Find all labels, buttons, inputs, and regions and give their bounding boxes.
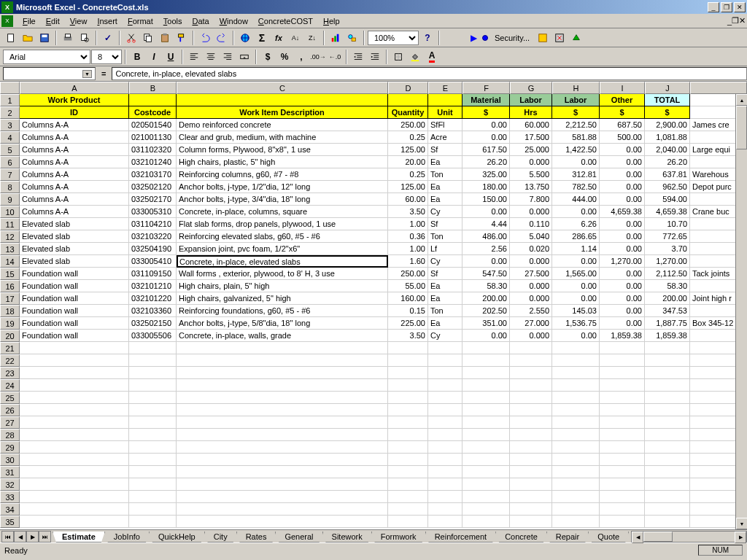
cell-A7[interactable]: Columns A-A bbox=[20, 168, 129, 181]
menu-data[interactable]: Data bbox=[187, 15, 214, 27]
menu-tools[interactable]: Tools bbox=[158, 15, 187, 27]
cell-E28[interactable] bbox=[428, 429, 462, 441]
column-header-J[interactable]: J bbox=[645, 82, 690, 94]
cell-D5[interactable]: 125.00 bbox=[388, 144, 428, 156]
cell-A6[interactable]: Columns A-A bbox=[20, 156, 129, 168]
cell-G13[interactable]: 0.020 bbox=[510, 243, 552, 255]
cell-H4[interactable]: 581.88 bbox=[552, 131, 600, 144]
cell-B28[interactable] bbox=[129, 429, 177, 441]
cell-H30[interactable] bbox=[552, 454, 600, 466]
cell-J3[interactable]: 2,900.00 bbox=[645, 119, 690, 131]
cell-D1[interactable] bbox=[388, 94, 428, 106]
cell-C19[interactable]: Anchor bolts, j-type, 5/8"dia, 18" long bbox=[177, 317, 388, 330]
cell-J13[interactable]: 3.70 bbox=[645, 243, 690, 255]
sheet-tab-quickhelp[interactable]: QuickHelp bbox=[149, 532, 205, 542]
cell-F23[interactable] bbox=[462, 367, 510, 379]
cell-H29[interactable] bbox=[552, 441, 600, 454]
cell-H28[interactable] bbox=[552, 429, 600, 441]
cell-B7[interactable]: 032103170 bbox=[129, 168, 177, 181]
row-header-14[interactable]: 14 bbox=[0, 255, 20, 268]
cell-B24[interactable] bbox=[129, 379, 177, 392]
cell-C23[interactable] bbox=[177, 367, 388, 379]
cell-H7[interactable]: 312.81 bbox=[552, 168, 600, 181]
cell-J28[interactable] bbox=[645, 429, 690, 441]
cell-I18[interactable]: 0.00 bbox=[600, 305, 645, 317]
cell-D15[interactable]: 250.00 bbox=[388, 268, 428, 280]
cell-F1[interactable]: Material bbox=[462, 94, 510, 106]
drawing-button[interactable] bbox=[344, 30, 360, 46]
cell-J4[interactable]: 1,081.88 bbox=[645, 131, 690, 144]
cell-I9[interactable]: 0.00 bbox=[600, 193, 645, 206]
row-header-23[interactable]: 23 bbox=[0, 367, 20, 379]
cell-D19[interactable]: 225.00 bbox=[388, 317, 428, 330]
cell-A24[interactable] bbox=[20, 379, 129, 392]
cell-I28[interactable] bbox=[600, 429, 645, 441]
cell-E1[interactable] bbox=[428, 94, 462, 106]
cell-G23[interactable] bbox=[510, 367, 552, 379]
cell-G17[interactable]: 0.000 bbox=[510, 292, 552, 305]
cell-A27[interactable] bbox=[20, 416, 129, 429]
cell-G26[interactable] bbox=[510, 404, 552, 416]
tab-nav-first-button[interactable]: ⏮ bbox=[1, 531, 14, 542]
cell-E4[interactable]: Acre bbox=[428, 131, 462, 144]
cell-D28[interactable] bbox=[388, 429, 428, 441]
column-header-D[interactable]: D bbox=[388, 82, 428, 94]
cell-F30[interactable] bbox=[462, 454, 510, 466]
row-header-24[interactable]: 24 bbox=[0, 379, 20, 392]
cell-H20[interactable]: 0.00 bbox=[552, 330, 600, 342]
cell-A34[interactable] bbox=[20, 503, 129, 516]
cell-D2[interactable]: Quantity bbox=[388, 106, 428, 119]
cell-I23[interactable] bbox=[600, 367, 645, 379]
scroll-right-icon[interactable]: ▶ bbox=[735, 532, 746, 543]
column-header-F[interactable]: F bbox=[462, 82, 510, 94]
row-header-2[interactable]: 2 bbox=[0, 106, 20, 119]
cell-C7[interactable]: Reinforcing columns, g60, #7 - #8 bbox=[177, 168, 388, 181]
cell-F21[interactable] bbox=[462, 342, 510, 354]
cell-E2[interactable]: Unit bbox=[428, 106, 462, 119]
cell-D17[interactable]: 160.00 bbox=[388, 292, 428, 305]
cell-B9[interactable]: 032502170 bbox=[129, 193, 177, 206]
cell-H10[interactable]: 0.00 bbox=[552, 206, 600, 218]
cell-F34[interactable] bbox=[462, 503, 510, 516]
cell-A15[interactable]: Foundation wall bbox=[20, 268, 129, 280]
cell-D18[interactable]: 0.15 bbox=[388, 305, 428, 317]
cell-I24[interactable] bbox=[600, 379, 645, 392]
cell-D6[interactable]: 20.00 bbox=[388, 156, 428, 168]
decrease-indent-button[interactable] bbox=[350, 49, 366, 65]
cell-C8[interactable]: Anchor bolts, j-type, 1/2"dia, 12" long bbox=[177, 181, 388, 193]
cell-J8[interactable]: 962.50 bbox=[645, 181, 690, 193]
column-header-I[interactable]: I bbox=[600, 82, 645, 94]
cell-H1[interactable]: Labor bbox=[552, 94, 600, 106]
select-all-corner[interactable] bbox=[0, 82, 20, 94]
cell-A3[interactable]: Columns A-A bbox=[20, 119, 129, 131]
cell-E6[interactable]: Ea bbox=[428, 156, 462, 168]
cell-F22[interactable] bbox=[462, 354, 510, 367]
row-header-12[interactable]: 12 bbox=[0, 230, 20, 243]
sheet-tab-formwork[interactable]: Formwork bbox=[371, 532, 426, 542]
cell-I10[interactable]: 4,659.38 bbox=[600, 206, 645, 218]
cell-A28[interactable] bbox=[20, 429, 129, 441]
row-header-13[interactable]: 13 bbox=[0, 243, 20, 255]
cell-H8[interactable]: 782.50 bbox=[552, 181, 600, 193]
cell-J33[interactable] bbox=[645, 491, 690, 503]
cell-H25[interactable] bbox=[552, 392, 600, 404]
cell-F18[interactable]: 202.50 bbox=[462, 305, 510, 317]
cell-E8[interactable]: Ea bbox=[428, 181, 462, 193]
cell-J21[interactable] bbox=[645, 342, 690, 354]
cell-B26[interactable] bbox=[129, 404, 177, 416]
cell-F5[interactable]: 617.50 bbox=[462, 144, 510, 156]
cell-J27[interactable] bbox=[645, 416, 690, 429]
sheet-tab-concrete[interactable]: Concrete bbox=[495, 532, 547, 542]
cell-E35[interactable] bbox=[428, 516, 462, 528]
percent-button[interactable]: % bbox=[276, 49, 293, 65]
sort-asc-button[interactable]: A↓ bbox=[287, 30, 303, 46]
cell-H13[interactable]: 1.14 bbox=[552, 243, 600, 255]
cell-B6[interactable]: 032101240 bbox=[129, 156, 177, 168]
cell-A22[interactable] bbox=[20, 354, 129, 367]
security-button[interactable]: Security... bbox=[490, 34, 534, 42]
cell-G21[interactable] bbox=[510, 342, 552, 354]
cell-I34[interactable] bbox=[600, 503, 645, 516]
cell-D11[interactable]: 1.00 bbox=[388, 218, 428, 230]
cell-I26[interactable] bbox=[600, 404, 645, 416]
align-left-button[interactable] bbox=[186, 49, 202, 65]
